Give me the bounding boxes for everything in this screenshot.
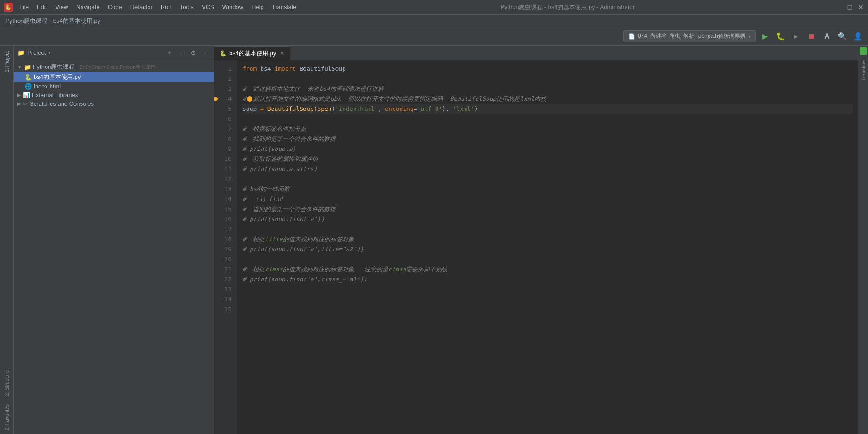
- code-line-25: [242, 305, 853, 315]
- comment-21b: 的值来找到对应的标签对象 注意的是: [283, 264, 388, 274]
- tree-external-libraries[interactable]: ▶ 📊 External Libraries: [14, 91, 214, 99]
- tree-file-index[interactable]: 🌐 index.html: [14, 82, 214, 91]
- line-num-21: 21: [214, 264, 231, 274]
- tab-py-icon: 🐍: [220, 50, 226, 57]
- run-coverage-button[interactable]: ▸: [790, 30, 802, 43]
- menu-navigate[interactable]: Navigate: [72, 2, 103, 12]
- project-panel: 📁 Project ▾ ＋ ≡ ⚙ ─ ▼ 📁 Python爬虫课程 E:\Py…: [14, 46, 214, 434]
- minimize-button[interactable]: —: [835, 4, 842, 11]
- code-line-13: # bs4的一些函数: [242, 184, 853, 194]
- comment-3: # 通过解析本地文件 来将bs4的基础语法进行讲解: [242, 84, 384, 94]
- root-path: E:\PyCharmCode\Python爬虫课程: [79, 64, 155, 71]
- code-space3: [296, 64, 299, 74]
- stop-button[interactable]: ⏹: [805, 30, 818, 43]
- str-utf8: 'utf-8': [417, 104, 442, 114]
- line-num-9: 9: [214, 144, 231, 154]
- py-file-icon: 🐍: [25, 74, 32, 81]
- tree-file-index-label: index.html: [34, 83, 61, 90]
- translate-toolbar-button[interactable]: A: [821, 30, 833, 43]
- run-config-dropdown-icon: ▾: [748, 33, 751, 40]
- code-line-8: # 找到的是第一个符合条件的数据: [242, 134, 853, 144]
- debug-button[interactable]: 🐛: [774, 30, 787, 43]
- comment-21: # 根据: [242, 264, 265, 274]
- sidebar-tab-structure[interactable]: 2: Structure: [2, 367, 11, 400]
- panel-settings-button[interactable]: ⚙: [188, 48, 198, 58]
- line-num-20: 20: [214, 254, 231, 264]
- search-toolbar-button[interactable]: 🔍: [836, 30, 849, 43]
- title-bar: 🐍 File Edit View Navigate Code Refactor …: [0, 0, 868, 15]
- code-line-19: # print(soup.find('a',title="a2")): [242, 244, 853, 254]
- code-line-24: [242, 294, 853, 305]
- line-num-12: 12: [214, 174, 231, 184]
- code-line-14: # （1）find: [242, 194, 853, 204]
- code-line-22: # print(soup.find('a',class_="a1")): [242, 274, 853, 284]
- code-line-1: from bs4 import BeautifulSoup: [242, 64, 853, 74]
- tab-close-button[interactable]: ✕: [280, 50, 284, 57]
- menu-tools[interactable]: Tools: [176, 2, 197, 12]
- comment-8: # 找到的是第一个符合条件的数据: [242, 134, 336, 144]
- code-line-10: # 获取标签的属性和属性值: [242, 154, 853, 164]
- root-folder-icon: 📁: [24, 64, 31, 71]
- folder-icon: 📁: [17, 49, 25, 56]
- menu-refactor[interactable]: Refactor: [127, 2, 156, 12]
- comment-4b: 默认打开的文件的编码格式是gbk 所以在打开文件的时候需要指定编码 Beauti…: [253, 94, 546, 104]
- menu-vcs[interactable]: VCS: [198, 2, 218, 12]
- line-num-14: 14: [214, 194, 231, 204]
- code-editor[interactable]: 1 2 3 4 5 6 7 8 9 10 11 12 13 14 15 16 1…: [214, 60, 858, 434]
- root-arrow: ▼: [17, 65, 22, 70]
- maximize-button[interactable]: □: [846, 4, 853, 11]
- menu-run[interactable]: Run: [157, 2, 175, 12]
- comment-16: # print(soup.find('a')): [242, 214, 324, 224]
- line-num-16: 16: [214, 214, 231, 224]
- panel-add-button[interactable]: ＋: [164, 48, 175, 58]
- run-button[interactable]: ▶: [759, 30, 771, 43]
- close-button[interactable]: ✕: [857, 4, 864, 11]
- sidebar-tab-favorites[interactable]: 2: Favorites: [2, 401, 11, 434]
- code-line-17: [242, 224, 853, 234]
- menu-window[interactable]: Window: [219, 2, 247, 12]
- menu-view[interactable]: View: [51, 2, 72, 12]
- panel-header-right: ＋ ≡ ⚙ ─: [164, 48, 210, 58]
- menu-help[interactable]: Help: [248, 2, 267, 12]
- editor-tab-bs4[interactable]: 🐍 bs4的基本使用.py ✕: [214, 46, 290, 60]
- tree-file-bs4[interactable]: 🐍 bs4的基本使用.py: [14, 72, 214, 82]
- editor-tab-bar: 🐍 bs4的基本使用.py ✕: [214, 46, 858, 60]
- comment-11: # print(soup.a.attrs): [242, 164, 317, 174]
- menu-code[interactable]: Code: [104, 2, 126, 12]
- sidebar-tab-project[interactable]: 1: Project: [2, 47, 11, 76]
- keyword-from: from: [242, 64, 257, 74]
- line-num-11: 11: [214, 164, 231, 174]
- window-controls[interactable]: — □ ✕: [835, 4, 864, 11]
- tree-root[interactable]: ▼ 📁 Python爬虫课程 E:\PyCharmCode\Python爬虫课程: [14, 62, 214, 72]
- code-line-15: # 返回的是第一个符合条件的数据: [242, 204, 853, 214]
- code-line-18: # 根据title的值来找到对应的标签对象: [242, 234, 853, 244]
- comment-21-class: class: [265, 264, 282, 274]
- tree-scratches[interactable]: ▶ ✏ Scratches and Consoles: [14, 99, 214, 108]
- menu-translate[interactable]: Translate: [268, 2, 300, 12]
- fn-open: open: [317, 104, 331, 114]
- run-config-selector[interactable]: 📄 074_尚硅谷_爬虫_解析_jsonpath解析淘票票 ▾: [623, 30, 756, 42]
- paren3: ),: [442, 104, 452, 114]
- code-line-7: # 根据标签名查找节点: [242, 124, 853, 134]
- str-index: 'index.html': [335, 104, 378, 114]
- menu-file[interactable]: File: [15, 2, 32, 12]
- code-content[interactable]: from bs4 import BeautifulSoup # 通过解析本地文件…: [237, 60, 858, 434]
- comment-13: # bs4的一些函数: [242, 184, 290, 194]
- code-line-3: # 通过解析本地文件 来将bs4的基础语法进行讲解: [242, 84, 853, 94]
- panel-minimize-button[interactable]: ─: [200, 48, 210, 58]
- account-button[interactable]: 👤: [852, 30, 864, 43]
- panel-collapse-button[interactable]: ≡: [176, 48, 186, 58]
- comment-18-title: title: [265, 234, 282, 244]
- comma1: ,: [378, 104, 385, 114]
- translate-side-tab[interactable]: Translate: [859, 57, 868, 84]
- code-line-9: # print(soup.a): [242, 144, 853, 154]
- menu-bar[interactable]: File Edit View Navigate Code Refactor Ru…: [15, 2, 300, 12]
- code-line-6: [242, 114, 853, 124]
- breadcrumb-file[interactable]: bs4的基本使用.py: [53, 17, 100, 25]
- ext-lib-icon: 📊: [23, 92, 30, 98]
- breadcrumb-project[interactable]: Python爬虫课程: [5, 17, 47, 25]
- right-status-indicator: [860, 47, 867, 55]
- toolbar-right: 📄 074_尚硅谷_爬虫_解析_jsonpath解析淘票票 ▾ ▶ 🐛 ▸ ⏹ …: [623, 30, 864, 43]
- menu-edit[interactable]: Edit: [33, 2, 51, 12]
- comment-15: # 返回的是第一个符合条件的数据: [242, 204, 336, 214]
